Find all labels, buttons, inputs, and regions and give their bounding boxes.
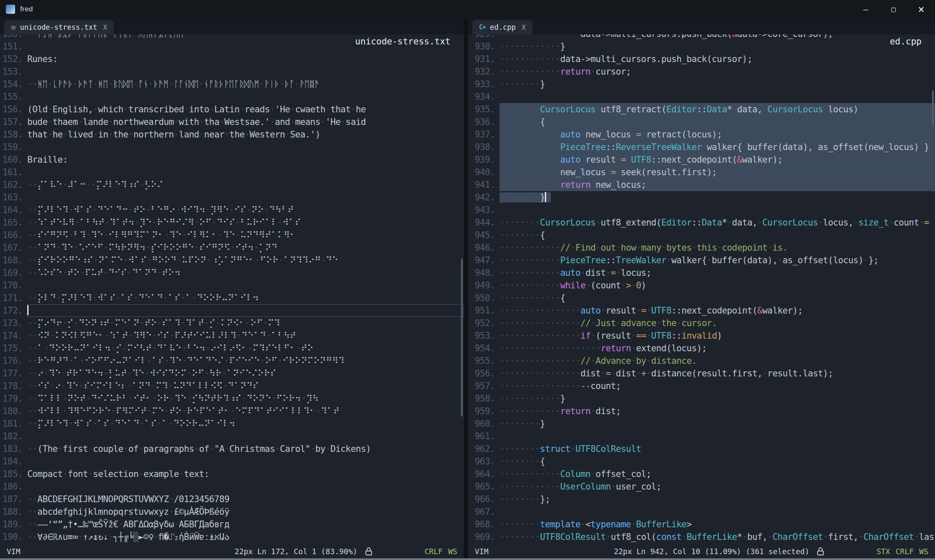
status-flag-stx[interactable]: STX — [876, 547, 890, 556]
editor-line[interactable]: 949.············while·(count·>·0) — [468, 279, 935, 292]
editor-line[interactable]: 165.··⠱⠁⠞⠑⠧⠻·⠁⠃⠳⠞·⠹⠁⠞⠲·⡹⠑·⠗⠑⠛⠊⠌⠻·⠕⠋·⠙⠊⠎·… — [0, 216, 464, 229]
editor-line[interactable]: 178.··⠊⠎·⠔·⠹⠑·⠎⠊⠍⠊⠇⠑⠆·⠁⠝⠙·⠍⠹·⠥⠝⠙⠁⠇⠇⠪⠫·⠙⠁… — [0, 380, 464, 392]
editor-line[interactable]: 964.············Column·offset_col; — [468, 468, 935, 480]
editor-line[interactable]: 956.················dist·=·dist·+·distan… — [468, 367, 935, 380]
editor-line[interactable]: 190.··∀∂∈ℝ∧∪≡∞·↑↗↨↻⇣·┐┼╔╘░►☺♀·ﬁ�⑀₂ἠḂӥẄɐː… — [0, 531, 464, 543]
editor-line[interactable]: 950.············{ — [468, 292, 935, 304]
editor-line[interactable]: 968.········template·<typename·BufferLik… — [468, 518, 935, 531]
editor-line[interactable]: 176.··⠗⠑⠛⠜⠙·⠁·⠊⠕⠋⠋⠔⠤⠝⠁⠊⠇·⠁⠎·⠹⠑·⠙⠑⠁⠙⠑⠌·⠏⠊… — [0, 355, 464, 367]
editor-line[interactable]: 947.············PieceTree::TreeWalker·wa… — [468, 254, 935, 267]
editor-line[interactable]: 189.··–—‘“”„†•…‰™œŠŸž€·ΑΒΓΔΩαβγδω·АБВГДа… — [0, 518, 464, 531]
editor-line[interactable]: 177.··⠔·⠹⠑·⠞⠗⠁⠙⠑⠲·⡃⠥⠞·⠹⠑·⠺⠊⠎⠙⠕⠍·⠕⠋·⠳⠗·⠁⠝… — [0, 367, 464, 380]
close-button[interactable]: × — [907, 0, 935, 18]
left-editor[interactable]: 150.··ᚠᛇᚻ᛫ᛒᛦᚦ᛫ᚠᚱᚩᚠᚢᚱ᛫ᚠᛁᚱᚪ᛫ᚷᛖᚻᚹᛦᛚᚳᚢᛗ151.1… — [0, 34, 464, 544]
editor-line[interactable]: 160.Braille: — [0, 153, 464, 166]
editor-line[interactable]: 934. — [468, 91, 935, 103]
editor-line[interactable]: 164.··⡍⠜⠇⠑⠹·⠺⠁⠎·⠙⠑⠁⠙⠒·⠞⠕·⠃⠑⠛⠔·⠺⠊⠹⠲·⡹⠻⠑·⠊… — [0, 204, 464, 216]
editor-line[interactable]: 955.················//·Advance·by·distan… — [468, 355, 935, 367]
editor-line[interactable]: 183.··(The·first·couple·of·paragraphs·of… — [0, 443, 464, 455]
right-editor[interactable]: 929.················data->multi_cursors.… — [468, 34, 935, 544]
editor-line[interactable]: 157.bude·thaem·lande·northweardum·with·t… — [0, 116, 464, 128]
editor-line[interactable]: 162.··⡌⠁⠧⠑·⠼⠁⠒··⡍⠜⠇⠑⠹⠰⠎·⡣⠕⠌ — [0, 179, 464, 191]
editor-line[interactable]: 937.············auto·new_locus·=·retract… — [468, 128, 935, 141]
status-flag-ws[interactable]: WS — [919, 547, 928, 556]
editor-line[interactable]: 946.············//·Find·out·how·many·byt… — [468, 241, 935, 254]
editor-line[interactable]: 174.··⠪⠝·⠅⠝⠪⠇⠫⠛⠑⠂·⠱⠁⠞·⠹⠻⠑·⠊⠎·⠏⠜⠞⠊⠊⠥⠇⠜⠇⠹·… — [0, 329, 464, 342]
editor-line[interactable]: 170. — [0, 279, 464, 292]
editor-line[interactable]: 930.············} — [468, 40, 935, 53]
editor-line[interactable]: 155. — [0, 91, 464, 103]
status-flag-crlf[interactable]: CRLF — [896, 547, 914, 556]
minimize-button[interactable]: – — [852, 0, 880, 18]
editor-line[interactable]: 941.············return·new_locus; — [468, 179, 935, 191]
editor-line[interactable]: 936.········{ — [468, 116, 935, 128]
editor-line[interactable]: 969.········UTF8ColResult·utf8_col(const… — [468, 531, 935, 543]
right-scrollbar-thumb[interactable] — [932, 91, 934, 126]
editor-line[interactable]: 929.················data->multi_cursors.… — [468, 34, 935, 40]
editor-line[interactable]: 954.····················return·extend(lo… — [468, 342, 935, 355]
editor-line[interactable]: 153. — [0, 65, 464, 78]
editor-line[interactable]: 965.············UserColumn·user_col; — [468, 480, 935, 493]
tab-close-icon[interactable]: X — [521, 23, 526, 31]
editor-line[interactable]: 951.················auto·result·=·UTF8::… — [468, 304, 935, 317]
editor-line[interactable]: 159. — [0, 141, 464, 153]
maximize-button[interactable]: □ — [880, 0, 907, 18]
tab-ed-cpp[interactable]: C+ ed.cpp X — [472, 20, 532, 34]
editor-line[interactable]: 960.········} — [468, 417, 935, 430]
editor-line[interactable]: 942.········} — [468, 191, 935, 204]
editor-line[interactable]: 185.Compact·font·selection·example·text: — [0, 468, 464, 480]
editor-line[interactable]: 173.··⡍⠔⠙⠖·⡊·⠙⠕⠝⠰⠞·⠍⠑⠁⠝·⠞⠕·⠎⠁⠹·⠹⠁⠞·⡊·⠅⠝⠪… — [0, 317, 464, 329]
editor-line[interactable]: 952.················//·Just·advance·the·… — [468, 317, 935, 329]
editor-line[interactable]: 166.··⠎⠊⠛⠝⠫·⠃⠹·⠹⠑·⠊⠇⠻⠛⠹⠍⠁⠝⠂·⠹⠑·⠊⠇⠻⠅⠂·⠹⠑·… — [0, 229, 464, 241]
editor-line[interactable]: 943. — [468, 204, 935, 216]
editor-line[interactable]: 152.Runes: — [0, 53, 464, 65]
pane-divider[interactable] — [464, 18, 468, 558]
editor-line[interactable]: 957.················--count; — [468, 380, 935, 392]
editor-line[interactable]: 933.········} — [468, 78, 935, 91]
editor-line[interactable]: 188.··abcdefghijklmnopqrstuvwxyz·£©µÀÆÖÞ… — [0, 506, 464, 518]
left-scrollbar[interactable] — [460, 34, 464, 544]
editor-line[interactable]: 186. — [0, 480, 464, 493]
editor-line[interactable]: 172. — [0, 304, 464, 317]
editor-line[interactable]: 180.··⠺⠊⠇⠇·⠹⠻⠑⠋⠕⠗⠑·⠏⠻⠍⠊⠞·⠍⠑·⠞⠕·⠗⠑⠏⠑⠁⠞⠂·⠑… — [0, 405, 464, 417]
status-flag-crlf[interactable]: CRLF — [425, 547, 443, 556]
editor-line[interactable]: 945.········{ — [468, 229, 935, 241]
status-flag-ws[interactable]: WS — [448, 547, 457, 556]
editor-line[interactable]: 966.········}; — [468, 493, 935, 506]
tab-unicode-stress-txt[interactable]: ≡ unicode-stress.txt X — [4, 20, 114, 34]
editor-line[interactable]: 963.········{ — [468, 455, 935, 468]
editor-line[interactable]: 944.········CursorLocus·utf8_extend(Edit… — [468, 216, 935, 229]
editor-line[interactable]: 959.············return·dist; — [468, 405, 935, 417]
editor-line[interactable]: 169.··⠡⠕⠎⠑·⠞⠕·⠏⠥⠞·⠙⠊⠎·⠙⠁⠝⠙·⠞⠕⠲ — [0, 267, 464, 279]
editor-line[interactable]: 940.············new_locus·=·seek(result.… — [468, 166, 935, 179]
editor-line[interactable]: 948.············auto·dist·=·locus; — [468, 267, 935, 279]
editor-line[interactable]: 161. — [0, 166, 464, 179]
editor-line[interactable]: 961. — [468, 430, 935, 443]
editor-line[interactable]: 156.(Old·English,·which·transcribed·into… — [0, 103, 464, 116]
editor-line[interactable]: 168.··⡎⠊⠗⠕⠕⠛⠑⠰⠎·⠝⠁⠍⠑·⠺⠁⠎·⠛⠕⠕⠙·⠥⠏⠕⠝·⠰⡡⠁⠝⠛… — [0, 254, 464, 267]
editor-line[interactable]: 938.············PieceTree::ReverseTreeWa… — [468, 141, 935, 153]
editor-line[interactable]: 958.············} — [468, 392, 935, 405]
editor-line[interactable]: 154.··ᚻᛖ·ᚳᚹᚫᚦ·ᚦᚫᛏ·ᚻᛖ·ᛒᚢᛞᛖ·ᚩᚾ·ᚦᚫᛗ·ᛚᚪᚾᛞᛖ·ᚾ… — [0, 78, 464, 91]
editor-line[interactable]: 939.············auto·result·=·UTF8::next… — [468, 153, 935, 166]
editor-line[interactable]: 953.················if·(result·==·UTF8::… — [468, 329, 935, 342]
editor-line[interactable]: 158.that·he·lived·in·the·northern·land·n… — [0, 128, 464, 141]
editor-line[interactable]: 935.········CursorLocus·utf8_retract(Edi… — [468, 103, 935, 116]
tab-close-icon[interactable]: X — [103, 23, 107, 31]
editor-line[interactable]: 931.············data->multi_cursors.push… — [468, 53, 935, 65]
editor-line[interactable]: 175.··⠁·⠙⠕⠕⠗⠤⠝⠁⠊⠇⠲·⡊·⠍⠊⠣⠞·⠙⠁⠧⠑·⠃⠑⠲·⠔⠊⠇⠔⠫… — [0, 342, 464, 355]
left-scrollbar-thumb[interactable] — [461, 259, 463, 417]
editor-line[interactable]: 932.············return·cursor; — [468, 65, 935, 78]
editor-line[interactable]: 181.··⡍⠜⠇⠑⠹·⠺⠁⠎·⠁⠎·⠙⠑⠁⠙·⠁⠎·⠁·⠙⠕⠕⠗⠤⠝⠁⠊⠇⠲ — [0, 417, 464, 430]
editor-line[interactable]: 179.··⠩⠁⠇⠇·⠝⠕⠞·⠙⠊⠌⠥⠗⠃·⠊⠞⠂·⠕⠗·⠹⠑·⡊⠳⠝⠞⠗⠹⠰⠎… — [0, 392, 464, 405]
editor-line[interactable]: 163. — [0, 191, 464, 204]
lock-icon[interactable] — [365, 547, 372, 556]
editor-line[interactable]: 184. — [0, 455, 464, 468]
right-scrollbar[interactable] — [931, 34, 935, 544]
editor-line[interactable]: 167.··⠁⠝⠙·⠹⠑·⠡⠊⠑⠋·⠍⠳⠗⠝⠻⠲·⡎⠊⠗⠕⠕⠛⠑·⠎⠊⠛⠝⠫·⠊… — [0, 241, 464, 254]
lock-icon[interactable] — [817, 547, 824, 556]
editor-line[interactable]: 967. — [468, 506, 935, 518]
editor-line[interactable]: 962.········struct·UTF8ColResult — [468, 443, 935, 455]
editor-line[interactable]: 182. — [0, 430, 464, 443]
editor-line[interactable]: 187.··ABCDEFGHIJKLMNOPQRSTUVWXYZ·/012345… — [0, 493, 464, 506]
